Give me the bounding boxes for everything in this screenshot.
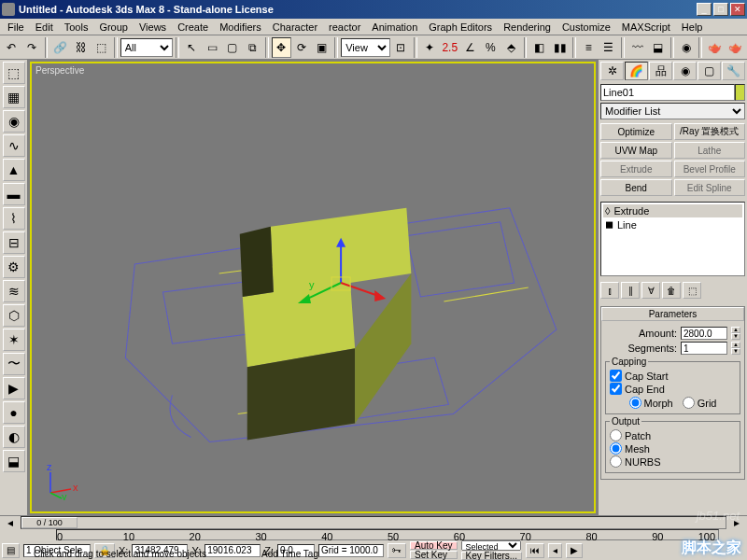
motion-tab[interactable]: ◉ (673, 62, 697, 80)
menu-grapheditors[interactable]: Graph Editors (423, 21, 498, 34)
make-unique-button[interactable]: ∀ (641, 282, 660, 299)
cap-start-checkbox[interactable] (610, 370, 622, 382)
mirror-button[interactable]: ▮▮ (550, 37, 570, 58)
schematic-button[interactable]: ⬓ (648, 37, 668, 58)
show-result-button[interactable]: ‖ (621, 282, 640, 299)
cap-end-checkbox[interactable] (610, 383, 622, 395)
time-slider[interactable]: 0 / 100 (21, 516, 726, 529)
reactor-toy-icon[interactable]: ⬡ (3, 304, 25, 327)
close-button[interactable]: ✕ (730, 3, 745, 16)
snap-button[interactable]: 2.5 (440, 37, 459, 58)
segments-input[interactable] (681, 342, 727, 355)
select-rect-button[interactable]: ▢ (223, 37, 243, 58)
extrude-button[interactable]: Extrude (600, 161, 672, 177)
mesh-radio[interactable] (610, 442, 622, 455)
select-button[interactable]: ↖ (182, 37, 202, 58)
nurbs-radio[interactable] (610, 455, 622, 468)
bind-button[interactable]: ⬚ (92, 37, 111, 58)
bevel-profile-button[interactable]: Bevel Profile (674, 161, 746, 177)
amount-spinner[interactable]: ▲▼ (731, 327, 740, 340)
keyfilters-button[interactable]: Key Filters... (461, 552, 523, 560)
menu-views[interactable]: Views (134, 21, 172, 34)
prev-frame-button[interactable]: ◂ (548, 543, 562, 558)
reactor-util-icon[interactable]: ⬓ (3, 450, 25, 472)
menu-customize[interactable]: Customize (557, 21, 616, 34)
time-prev-icon[interactable]: ◂ (2, 516, 19, 529)
menu-character[interactable]: Character (267, 21, 323, 34)
reactor-create-icon[interactable]: ● (3, 401, 25, 424)
spinner-snap-button[interactable]: ⬘ (501, 37, 521, 58)
undo-button[interactable]: ↶ (2, 37, 21, 58)
scale-button[interactable]: ▣ (313, 37, 332, 58)
lathe-button[interactable]: Lathe (674, 142, 746, 159)
morph-radio[interactable] (629, 397, 641, 409)
pin-stack-button[interactable]: ⫿ (600, 282, 619, 299)
reactor-motor-icon[interactable]: ⚙ (3, 256, 25, 278)
time-thumb[interactable]: 0 / 100 (21, 517, 78, 528)
perspective-viewport[interactable]: Perspective (30, 62, 596, 513)
stack-item-line[interactable]: ◼Line (603, 217, 742, 231)
reactor-fracture-icon[interactable]: ✶ (3, 329, 25, 351)
window-crossing-button[interactable]: ⧉ (243, 37, 262, 58)
configure-sets-button[interactable]: ⬚ (683, 282, 701, 299)
menu-modifiers[interactable]: Modifiers (214, 21, 267, 34)
goto-start-button[interactable]: ⏮ (526, 543, 544, 558)
modifier-stack[interactable]: ◊Extrude ◼Line (600, 202, 745, 276)
menu-file[interactable]: File (2, 21, 30, 34)
edit-spline-button[interactable]: Edit Spline (674, 179, 746, 196)
optimize-button[interactable]: Optimize (600, 123, 672, 140)
reactor-analyze-icon[interactable]: ◐ (3, 426, 25, 448)
reactor-rope-icon[interactable]: ∿ (3, 134, 25, 157)
bend-button[interactable]: Bend (600, 179, 672, 196)
create-tab[interactable]: ✲ (600, 62, 624, 80)
reactor-dashpot-icon[interactable]: ⊟ (3, 231, 25, 254)
pivot-button[interactable]: ⊡ (391, 37, 411, 58)
time-next-icon[interactable]: ▸ (728, 516, 745, 529)
angle-snap-button[interactable]: ∠ (460, 37, 480, 58)
display-tab[interactable]: ▢ (698, 62, 721, 80)
reactor-spring-icon[interactable]: ⌇ (3, 207, 25, 230)
menu-rendering[interactable]: Rendering (498, 21, 557, 34)
play-button[interactable]: ▶ (566, 543, 583, 558)
link-button[interactable]: 🔗 (50, 37, 70, 58)
grid-radio[interactable] (683, 397, 695, 409)
keymode-dropdown[interactable]: Selected (461, 540, 521, 551)
vray-displace-button[interactable]: /Ray 置换模式 (674, 123, 746, 140)
reactor-water-icon[interactable]: 〜 (3, 353, 25, 375)
stack-item-extrude[interactable]: ◊Extrude (603, 204, 742, 217)
selection-filter-dropdown[interactable]: All (120, 38, 173, 57)
autokey-button[interactable]: Auto Key (410, 541, 458, 550)
menu-animation[interactable]: Animation (366, 21, 423, 34)
layers-button[interactable]: ☰ (599, 37, 619, 58)
menu-reactor[interactable]: reactor (323, 21, 366, 34)
segments-spinner[interactable]: ▲▼ (731, 342, 740, 355)
manipulate-button[interactable]: ✦ (420, 37, 440, 58)
patch-radio[interactable] (610, 429, 622, 441)
keymode-icon[interactable]: 🗝 (388, 543, 406, 558)
refcoord-dropdown[interactable]: View (341, 38, 390, 57)
unlink-button[interactable]: ⛓ (71, 37, 91, 58)
quick-render-button[interactable]: 🫖 (726, 37, 745, 58)
add-time-tag[interactable]: Add Time Tag (261, 549, 318, 559)
reactor-preview-icon[interactable]: ▶ (3, 377, 25, 399)
maxscript-mini-button[interactable]: ▤ (2, 543, 20, 558)
menu-maxscript[interactable]: MAXScript (616, 21, 676, 34)
named-sel-button[interactable]: ◧ (529, 37, 549, 58)
setkey-button[interactable]: Set Key (410, 551, 458, 559)
amount-input[interactable] (681, 327, 727, 340)
reactor-soft-icon[interactable]: ◉ (3, 110, 25, 133)
select-name-button[interactable]: ▭ (203, 37, 222, 58)
menu-group[interactable]: Group (93, 21, 134, 34)
modify-tab[interactable]: 🌈 (625, 62, 648, 80)
minimize-button[interactable]: _ (697, 3, 712, 16)
rotate-button[interactable]: ⟳ (292, 37, 312, 58)
menu-edit[interactable]: Edit (30, 21, 59, 34)
move-button[interactable]: ✥ (272, 37, 291, 58)
reactor-plane-icon[interactable]: ▬ (3, 183, 25, 205)
maximize-button[interactable]: □ (713, 3, 728, 16)
object-name-input[interactable] (600, 84, 735, 101)
render-scene-button[interactable]: 🫖 (705, 37, 725, 58)
time-ruler[interactable]: 0 10 20 30 40 50 60 70 80 90 100 (56, 529, 719, 540)
modifier-list-dropdown[interactable]: Modifier List (600, 103, 745, 119)
reactor-wind-icon[interactable]: ≋ (3, 280, 25, 302)
